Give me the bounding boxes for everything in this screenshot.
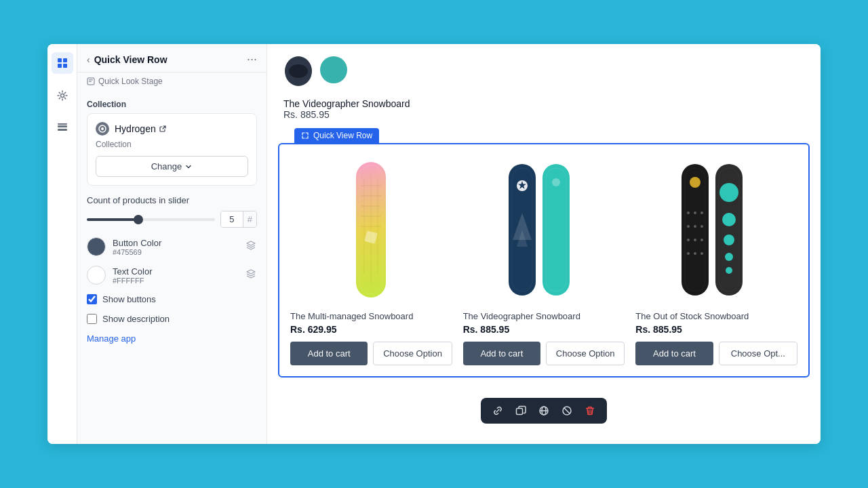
svg-rect-1 (63, 58, 67, 62)
sidebar-header: ‹ Quick View Row ··· (77, 44, 267, 73)
top-product-price: Rs. 885.95 (283, 109, 330, 120)
toolbar-globe-icon[interactable] (536, 403, 551, 418)
product-card-1-buttons: Add to cart Choose Option (290, 342, 452, 365)
svg-point-48 (701, 252, 703, 255)
svg-point-12 (101, 127, 104, 130)
svg-point-56 (726, 267, 732, 274)
product-card-2-name: The Videographer Snowboard (463, 311, 625, 321)
stage-icon (87, 77, 95, 85)
top-product-img-2 (319, 55, 349, 85)
collection-sublabel: Collection (96, 140, 248, 149)
slider-track (87, 218, 215, 221)
show-description-label: Show description (102, 314, 170, 324)
product-image-2: Hydrogen Hydrogen (463, 155, 625, 304)
collection-name: Hydrogen (115, 123, 167, 134)
button-color-row: Button Color #475569 (87, 237, 257, 256)
text-color-info: Text Color #FFFFFF (113, 266, 153, 285)
svg-point-53 (722, 213, 736, 226)
top-product-img-1 (283, 55, 313, 92)
svg-rect-6 (58, 129, 67, 131)
svg-point-14 (289, 64, 308, 78)
show-buttons-label: Show buttons (102, 294, 156, 304)
sidebar-title: Quick View Row (94, 54, 167, 65)
color-layers-icon-button[interactable] (245, 239, 257, 254)
collection-card: Hydrogen Collection Change (87, 113, 257, 186)
text-color-swatch[interactable] (87, 266, 106, 285)
svg-point-43 (687, 239, 690, 241)
product-card-2-price: Rs. 885.95 (463, 324, 625, 335)
add-to-cart-button-2[interactable]: Add to cart (463, 342, 540, 365)
svg-rect-7 (58, 123, 67, 125)
external-link-icon (159, 125, 167, 133)
svg-point-42 (701, 225, 703, 228)
svg-point-37 (687, 211, 690, 214)
toolbar-duplicate-icon[interactable] (513, 403, 528, 418)
sidebar-subtitle: Quick Look Stage (77, 73, 267, 90)
manage-app-link[interactable]: Manage app (87, 333, 257, 344)
choose-option-button-2[interactable]: Choose Option (546, 342, 625, 365)
button-color-section: Button Color #475569 (87, 237, 257, 256)
svg-point-55 (725, 253, 733, 261)
icon-bar-settings[interactable] (52, 85, 73, 106)
sidebar-more-options[interactable]: ··· (247, 52, 257, 66)
add-to-cart-button-1[interactable]: Add to cart (290, 342, 368, 365)
back-arrow[interactable]: ‹ (87, 54, 90, 65)
svg-point-4 (60, 94, 64, 98)
svg-rect-3 (63, 64, 67, 68)
product-row-container: The Multi-managed Snowboard Rs. 629.95 A… (278, 143, 810, 378)
quick-view-label[interactable]: Quick View Row (294, 128, 379, 143)
svg-point-47 (694, 252, 696, 255)
svg-rect-9 (89, 79, 93, 81)
slider-value-input[interactable] (221, 211, 243, 227)
text-color-row: Text Color #FFFFFF (87, 266, 257, 285)
color-layers-icon-text[interactable] (245, 268, 257, 283)
icon-bar-sections[interactable] (52, 52, 73, 74)
choose-option-button-1[interactable]: Choose Option (373, 342, 452, 365)
product-card-1: The Multi-managed Snowboard Rs. 629.95 A… (290, 155, 452, 365)
text-color-hex: #FFFFFF (113, 277, 153, 285)
svg-point-46 (687, 252, 690, 255)
resize-icon (301, 131, 309, 140)
icon-bar-blocks[interactable] (52, 117, 73, 139)
svg-rect-5 (58, 125, 67, 127)
toolbar-link-icon[interactable] (490, 403, 505, 418)
svg-point-40 (687, 225, 690, 228)
top-product-preview: The Videographer Snowboard Rs. 885.95 (267, 44, 821, 128)
count-label: Count of products in slider (87, 195, 257, 205)
product-card-3-name: The Out of Stock Snowboard (635, 311, 797, 321)
product-card-3-price: Rs. 885.95 (635, 324, 797, 335)
add-to-cart-button-3[interactable]: Add to cart (635, 342, 713, 365)
show-description-checkbox[interactable] (87, 314, 97, 324)
button-color-hex: #475569 (113, 248, 161, 256)
collection-section: Collection Hydrogen (87, 100, 257, 186)
show-buttons-row: Show buttons (87, 294, 257, 304)
product-card-1-name: The Multi-managed Snowboard (290, 311, 452, 321)
collection-icon (96, 122, 109, 136)
slider-thumb (134, 215, 143, 224)
toolbar-block-icon[interactable] (559, 403, 574, 418)
svg-line-62 (564, 408, 570, 413)
product-card-2: Hydrogen Hydrogen The Videographer Snowb… (463, 155, 625, 365)
top-product-name: The Videographer Snowboard (283, 98, 410, 109)
slider-fill (87, 218, 138, 221)
svg-rect-57 (517, 409, 523, 415)
svg-point-38 (694, 211, 696, 214)
change-button[interactable]: Change (96, 156, 248, 177)
choose-option-button-3[interactable]: Choose Opt... (719, 342, 797, 365)
svg-point-34 (552, 178, 560, 186)
button-color-swatch[interactable] (87, 237, 106, 256)
toolbar-delete-icon[interactable] (583, 403, 597, 418)
show-buttons-checkbox[interactable] (87, 294, 97, 304)
text-color-section: Text Color #FFFFFF (87, 266, 257, 285)
sidebar: ‹ Quick View Row ··· Quick Look Stage Co… (77, 44, 267, 444)
slider-value-box: # (220, 211, 257, 228)
button-color-label: Button Color (113, 238, 161, 248)
svg-point-54 (724, 235, 734, 245)
svg-point-49 (690, 177, 701, 188)
collection-label: Collection (87, 100, 257, 109)
product-card-3-buttons: Add to cart Choose Opt... (635, 342, 797, 365)
button-color-info: Button Color #475569 (113, 238, 161, 256)
product-image-1 (290, 155, 452, 304)
quick-view-badge-wrapper: Quick View Row (278, 128, 821, 143)
text-color-label: Text Color (113, 266, 153, 277)
